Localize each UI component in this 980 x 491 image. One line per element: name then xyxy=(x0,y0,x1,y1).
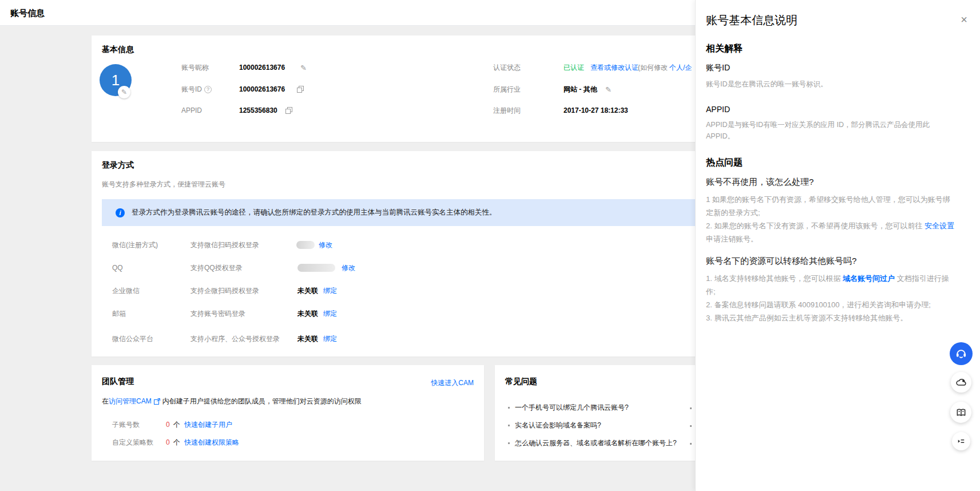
login-methods-card: 登录方式 账号支持多种登录方式，便捷管理云账号 i 登录方式作为登录腾讯云账号的… xyxy=(92,151,722,357)
page-title: 账号信息 xyxy=(10,0,45,26)
related-explanation-heading: 相关解释 xyxy=(706,43,957,55)
auth-status-value: 已认证 xyxy=(564,63,584,73)
bullet-icon xyxy=(508,442,510,444)
hot-question-2-answer: 1. 域名支持转移给其他账号，您可以根据 域名账号间过户 文档指引进行操作; 2… xyxy=(706,272,957,324)
appid-label: APPID xyxy=(181,106,202,114)
login-row-label: QQ xyxy=(112,264,123,272)
policy-unit: 个 xyxy=(173,438,180,448)
auth-extra-text: (如何修改 xyxy=(638,63,668,73)
team-management-card: 团队管理 快速进入CAM 在 访问管理CAM 内创建子用户提供给您的团队成员，管… xyxy=(92,365,484,461)
hot-question-1: 账号不再使用，该怎么处理? xyxy=(706,177,957,188)
login-row-desc: 支持企微扫码授权登录 xyxy=(191,286,259,296)
hot-questions-heading: 热点问题 xyxy=(706,157,957,169)
account-id-label: 账号ID xyxy=(181,85,202,94)
avatar-edit-icon[interactable]: ✎ xyxy=(118,86,130,98)
auth-extra-link[interactable]: 个人/企 xyxy=(669,63,692,73)
team-desc-prefix: 在 xyxy=(102,397,109,406)
q1-line2-post: 申请注销账号。 xyxy=(706,235,758,243)
faq-item-text: 怎么确认云服务器、域名或者域名解析在哪个账号上? xyxy=(515,438,677,448)
basic-info-card-title: 基本信息 xyxy=(102,45,134,55)
login-row-label: 微信公众平台 xyxy=(112,334,153,344)
industry-label: 所属行业 xyxy=(493,85,521,94)
regtime-label: 注册时间 xyxy=(493,106,521,116)
account-id-value: 100002613676 xyxy=(239,85,285,93)
q1-line1: 1 如果您的账号名下仍有资源，希望移交账号给他人管理，您可以为账号绑定新的登录方… xyxy=(706,195,950,217)
hot-question-2: 账号名下的资源可以转移给其他账号吗? xyxy=(706,256,957,267)
faq-card: 常见问题 一个手机号可以绑定几个腾讯云账号? 实名认证会影响域名备案吗? 怎么确… xyxy=(495,365,722,461)
cloud-bell-icon xyxy=(955,377,967,388)
login-row-desc: 支持QQ授权登录 xyxy=(191,263,243,273)
copy-account-id-icon[interactable] xyxy=(297,86,304,93)
masked-qq-value xyxy=(297,264,335,272)
q1-line2-pre: 2. 如果您的账号名下没有资源，不希望再使用该账号，您可以前往 xyxy=(706,221,925,230)
appid-term-desc: APPID是与账号ID有唯一对应关系的应用 ID，部分腾讯云产品会使用此 APP… xyxy=(706,119,957,142)
external-link-icon xyxy=(154,398,160,405)
appid-value: 1255356830 xyxy=(239,106,277,114)
login-row-status: 未关联 xyxy=(297,309,318,319)
collapse-panel-fab[interactable] xyxy=(952,432,970,450)
collapse-list-icon xyxy=(956,436,966,446)
login-row-desc: 支持账号密码登录 xyxy=(191,309,245,319)
customer-service-fab[interactable] xyxy=(950,342,973,365)
login-row-status: 未关联 xyxy=(297,334,318,344)
bind-mp-link[interactable]: 绑定 xyxy=(323,334,337,344)
cam-link[interactable]: 访问管理CAM xyxy=(109,397,152,406)
q2-item3: 3. 腾讯云其他产品例如云主机等资源不支持转移给其他账号。 xyxy=(706,314,907,322)
appid-term: APPID xyxy=(706,105,957,114)
view-modify-auth-link[interactable]: 查看或修改认证 xyxy=(590,63,638,73)
bullet-icon xyxy=(508,425,510,426)
enter-cam-link[interactable]: 快速进入CAM xyxy=(431,378,474,388)
docs-fab[interactable] xyxy=(950,402,971,423)
subaccount-label: 子账号数 xyxy=(112,420,140,430)
edit-nickname-icon[interactable]: ✎ xyxy=(300,64,307,72)
faq-item-text: 一个手机号可以绑定几个腾讯云账号? xyxy=(515,403,629,413)
nickname-value: 100002613676 xyxy=(239,64,285,72)
login-methods-subtitle: 账号支持多种登录方式，便捷管理云账号 xyxy=(102,180,225,189)
login-row-label: 微信(注册方式) xyxy=(112,240,158,250)
modify-qq-link[interactable]: 修改 xyxy=(342,263,355,273)
faq-col2-bullet-icon xyxy=(690,407,692,409)
faq-item[interactable]: 一个手机号可以绑定几个腾讯云账号? xyxy=(508,403,697,413)
create-policy-link[interactable]: 快速创建权限策略 xyxy=(184,438,239,448)
edit-industry-icon[interactable]: ✎ xyxy=(605,85,612,94)
basic-info-card: 基本信息 1 ✎ 账号昵称 100002613676 ✎ 账号ID ? 1000… xyxy=(92,35,722,142)
login-row-label: 企业微信 xyxy=(112,286,140,296)
account-id-term: 账号ID xyxy=(706,63,957,73)
copy-appid-icon[interactable] xyxy=(285,107,292,114)
subaccount-unit: 个 xyxy=(173,420,180,430)
login-row-status: 未关联 xyxy=(297,286,318,296)
info-icon: i xyxy=(116,208,125,217)
bind-email-link[interactable]: 绑定 xyxy=(323,309,337,319)
account-id-term-desc: 账号ID是您在腾讯云的唯一账号标识。 xyxy=(706,78,957,90)
faq-item[interactable]: 实名认证会影响域名备案吗? xyxy=(508,421,697,430)
help-icon[interactable]: ? xyxy=(204,86,212,93)
bind-wecom-link[interactable]: 绑定 xyxy=(323,286,337,296)
policy-label: 自定义策略数 xyxy=(112,438,153,448)
close-icon[interactable]: × xyxy=(961,14,967,25)
q2-item1-pre: 1. 域名支持转移给其他账号，您可以根据 xyxy=(706,274,843,283)
notification-fab[interactable] xyxy=(951,372,971,393)
q2-item2: 2. 备案信息转移问题请联系 4009100100，进行相关咨询和申请办理; xyxy=(706,300,931,309)
modify-wechat-link[interactable]: 修改 xyxy=(319,240,332,250)
faq-card-title: 常见问题 xyxy=(505,377,537,387)
headset-icon xyxy=(955,347,967,360)
login-row-label: 邮箱 xyxy=(112,309,126,319)
domain-transfer-link[interactable]: 域名账号间过户 xyxy=(843,274,895,283)
nickname-label: 账号昵称 xyxy=(181,63,209,73)
masked-wechat-value xyxy=(296,241,315,249)
login-info-banner-text: 登录方式作为登录腾讯云账号的途径，请确认您所绑定的登录方式的使用主体与当前腾讯云… xyxy=(132,208,497,217)
subaccount-count: 0 xyxy=(166,421,170,429)
hot-question-1-answer: 1 如果您的账号名下仍有资源，希望移交账号给他人管理，您可以为账号绑定新的登录方… xyxy=(706,193,957,246)
login-methods-card-title: 登录方式 xyxy=(102,160,134,171)
login-row-desc: 支持微信扫码授权登录 xyxy=(191,240,259,250)
login-info-banner: i 登录方式作为登录腾讯云账号的途径，请确认您所绑定的登录方式的使用主体与当前腾… xyxy=(102,199,709,226)
login-row-desc: 支持小程序、公众号授权登录 xyxy=(191,334,280,344)
faq-item[interactable]: 怎么确认云服务器、域名或者域名解析在哪个账号上? xyxy=(508,438,703,448)
policy-count: 0 xyxy=(166,438,170,446)
faq-col2-bullet-icon xyxy=(690,443,692,445)
regtime-value: 2017-10-27 18:12:33 xyxy=(564,106,628,114)
security-settings-link[interactable]: 安全设置 xyxy=(925,221,954,230)
create-subuser-link[interactable]: 快速创建子用户 xyxy=(184,420,232,430)
bullet-icon xyxy=(508,407,510,409)
industry-value: 网站 - 其他 xyxy=(564,85,597,94)
